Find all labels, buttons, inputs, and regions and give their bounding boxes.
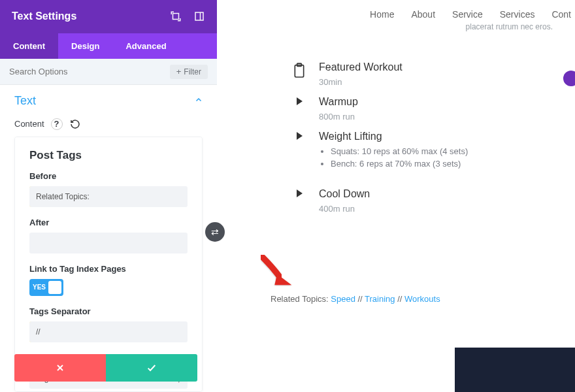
nav-about[interactable]: About	[411, 9, 435, 20]
chevron-up-icon	[195, 95, 203, 106]
svg-rect-1	[195, 12, 203, 20]
svg-rect-5	[295, 65, 303, 77]
tag-link[interactable]: Speed	[331, 294, 355, 304]
warmup-title: Warmup	[319, 96, 358, 108]
nav-subtext: placerat rutrum nec eros.	[466, 22, 553, 31]
tab-design[interactable]: Design	[58, 33, 112, 59]
panel-tabs: Content Design Advanced	[0, 33, 217, 59]
section-title: Text	[14, 94, 36, 108]
content-subhead: Content ?	[0, 112, 217, 137]
before-input[interactable]	[29, 186, 188, 207]
link-toggle[interactable]: YES	[29, 279, 63, 296]
toggle-knob	[48, 281, 61, 294]
clipboard-icon	[293, 61, 306, 78]
section-header[interactable]: Text	[0, 85, 217, 112]
panel-title: Text Settings	[12, 10, 76, 22]
reset-icon[interactable]	[69, 118, 81, 130]
triangle-icon[interactable]	[293, 96, 306, 105]
footer-band	[455, 348, 575, 392]
warmup-sub: 800m run	[319, 112, 358, 122]
tag-link[interactable]: Training	[365, 294, 395, 304]
tab-content[interactable]: Content	[0, 33, 58, 59]
cooldown-sub: 400m run	[319, 204, 370, 214]
action-bar	[14, 354, 197, 382]
list-item: Squats: 10 reps at 60% max (4 sets)	[331, 146, 468, 156]
preview-pane: Home About Service Services Cont placera…	[227, 0, 575, 392]
nav-contact[interactable]: Cont	[551, 9, 571, 20]
dock-icon[interactable]	[193, 10, 205, 22]
nav-service[interactable]: Service	[452, 9, 483, 20]
toggle-state: YES	[33, 284, 46, 291]
list-item: Bench: 6 reps at 70% max (3 sets)	[331, 159, 468, 169]
tag-link[interactable]: Workouts	[404, 294, 440, 304]
sep-input[interactable]	[29, 321, 188, 342]
tag-sep: //	[355, 294, 365, 304]
related-prefix: Related Topics:	[271, 294, 331, 304]
cooldown-title: Cool Down	[319, 188, 370, 200]
panel-header: Text Settings	[0, 0, 217, 33]
save-button[interactable]	[106, 354, 197, 382]
filter-label: Filter	[184, 67, 201, 76]
subhead-label: Content	[14, 119, 44, 129]
after-input[interactable]	[29, 233, 188, 253]
sep-label: Tags Separator	[29, 306, 188, 316]
related-topics: Related Topics: Speed // Training // Wor…	[271, 294, 440, 304]
featured-title: Featured Workout	[319, 61, 402, 73]
weights-title: Weight Lifting	[319, 131, 468, 142]
resize-handle[interactable]: ⇄	[205, 222, 225, 242]
search-bar: + Filter	[0, 59, 217, 85]
settings-panel: Text Settings Content Design Advanced + …	[0, 0, 217, 392]
nav-home[interactable]: Home	[370, 9, 394, 20]
triangle-icon[interactable]	[293, 131, 306, 140]
card-title: Post Tags	[29, 149, 188, 162]
svg-rect-0	[173, 14, 179, 20]
workout-content: Featured Workout 30min Warmup 800m run W…	[227, 35, 575, 214]
edge-handle[interactable]	[563, 71, 575, 86]
search-input[interactable]	[9, 67, 170, 76]
weights-list: Squats: 10 reps at 60% max (4 sets) Benc…	[319, 146, 468, 169]
before-label: Before	[29, 171, 188, 181]
help-icon[interactable]: ?	[51, 118, 63, 130]
nav-services[interactable]: Services	[500, 9, 535, 20]
tag-sep: //	[395, 294, 404, 304]
featured-sub: 30min	[319, 77, 402, 87]
filter-button[interactable]: + Filter	[170, 65, 208, 79]
cancel-button[interactable]	[14, 354, 106, 382]
triangle-icon[interactable]	[293, 188, 306, 197]
link-label: Link to Tag Index Pages	[29, 264, 188, 274]
after-label: After	[29, 218, 188, 227]
expand-icon[interactable]	[170, 10, 182, 22]
tab-advanced[interactable]: Advanced	[112, 33, 179, 59]
